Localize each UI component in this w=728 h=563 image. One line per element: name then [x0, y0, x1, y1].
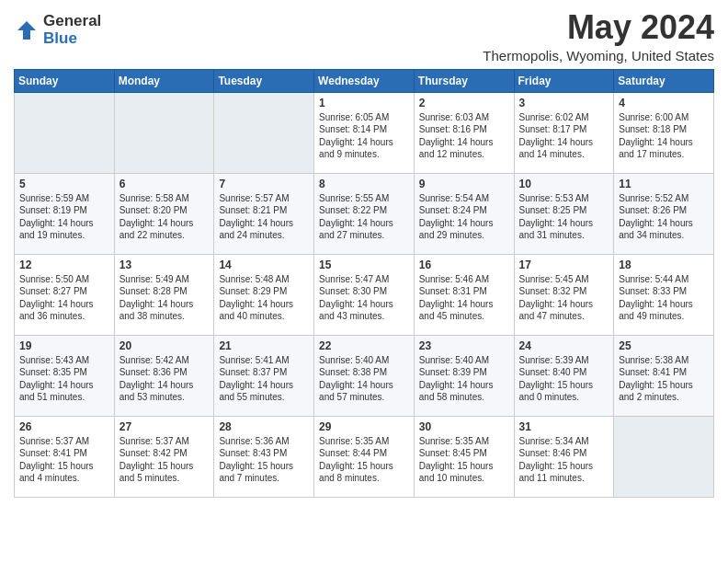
day-number: 18 — [619, 259, 709, 271]
day-number: 14 — [219, 259, 309, 271]
calendar-cell: 26Sunrise: 5:37 AM Sunset: 8:41 PM Dayli… — [15, 416, 115, 497]
day-number: 16 — [419, 259, 509, 271]
day-number: 19 — [19, 339, 109, 352]
calendar-cell: 30Sunrise: 5:35 AM Sunset: 8:45 PM Dayli… — [414, 416, 514, 497]
calendar-cell: 1Sunrise: 6:05 AM Sunset: 8:14 PM Daylig… — [314, 92, 415, 173]
day-header-monday: Monday — [114, 69, 214, 92]
cell-content: Sunrise: 5:40 AM Sunset: 8:39 PM Dayligh… — [419, 354, 509, 404]
calendar-cell: 2Sunrise: 6:03 AM Sunset: 8:16 PM Daylig… — [414, 92, 514, 173]
day-number: 17 — [519, 259, 609, 271]
calendar-cell: 21Sunrise: 5:41 AM Sunset: 8:37 PM Dayli… — [214, 335, 314, 416]
day-number: 11 — [619, 178, 709, 190]
calendar-week-row: 19Sunrise: 5:43 AM Sunset: 8:35 PM Dayli… — [15, 335, 714, 416]
calendar-table: SundayMondayTuesdayWednesdayThursdayFrid… — [14, 69, 714, 498]
cell-content: Sunrise: 5:48 AM Sunset: 8:29 PM Dayligh… — [219, 273, 309, 323]
cell-content: Sunrise: 5:38 AM Sunset: 8:41 PM Dayligh… — [619, 354, 709, 404]
calendar-cell: 23Sunrise: 5:40 AM Sunset: 8:39 PM Dayli… — [414, 335, 514, 416]
day-header-wednesday: Wednesday — [314, 69, 415, 92]
cell-content: Sunrise: 5:43 AM Sunset: 8:35 PM Dayligh… — [19, 354, 109, 404]
calendar-cell: 12Sunrise: 5:50 AM Sunset: 8:27 PM Dayli… — [15, 254, 115, 335]
cell-content: Sunrise: 5:37 AM Sunset: 8:41 PM Dayligh… — [19, 435, 109, 485]
cell-content: Sunrise: 6:00 AM Sunset: 8:18 PM Dayligh… — [619, 111, 709, 161]
day-number: 25 — [619, 339, 709, 352]
calendar-cell: 27Sunrise: 5:37 AM Sunset: 8:42 PM Dayli… — [114, 416, 214, 497]
cell-content: Sunrise: 5:57 AM Sunset: 8:21 PM Dayligh… — [219, 192, 309, 242]
calendar-cell — [15, 92, 115, 173]
cell-content: Sunrise: 5:47 AM Sunset: 8:30 PM Dayligh… — [319, 273, 409, 323]
header: General Blue May 2024 Thermopolis, Wyomi… — [14, 9, 714, 63]
calendar-cell: 16Sunrise: 5:46 AM Sunset: 8:31 PM Dayli… — [414, 254, 514, 335]
cell-content: Sunrise: 5:52 AM Sunset: 8:26 PM Dayligh… — [619, 192, 709, 242]
calendar-cell: 25Sunrise: 5:38 AM Sunset: 8:41 PM Dayli… — [614, 335, 714, 416]
day-number: 3 — [519, 97, 609, 109]
cell-content: Sunrise: 6:03 AM Sunset: 8:16 PM Dayligh… — [419, 111, 509, 161]
day-number: 12 — [19, 259, 109, 271]
cell-content: Sunrise: 5:49 AM Sunset: 8:28 PM Dayligh… — [119, 273, 210, 323]
cell-content: Sunrise: 5:36 AM Sunset: 8:43 PM Dayligh… — [219, 435, 309, 485]
day-number: 9 — [419, 178, 509, 190]
day-number: 24 — [519, 339, 609, 352]
day-number: 23 — [419, 339, 509, 352]
day-header-thursday: Thursday — [414, 69, 514, 92]
calendar-cell: 11Sunrise: 5:52 AM Sunset: 8:26 PM Dayli… — [614, 173, 714, 254]
cell-content: Sunrise: 5:39 AM Sunset: 8:40 PM Dayligh… — [519, 354, 609, 404]
day-number: 1 — [319, 97, 409, 109]
cell-content: Sunrise: 5:35 AM Sunset: 8:45 PM Dayligh… — [419, 435, 509, 485]
calendar-header-row: SundayMondayTuesdayWednesdayThursdayFrid… — [15, 69, 714, 92]
cell-content: Sunrise: 5:44 AM Sunset: 8:33 PM Dayligh… — [619, 273, 709, 323]
logo: General Blue — [14, 13, 101, 47]
day-number: 31 — [519, 420, 609, 433]
day-number: 10 — [519, 178, 609, 190]
cell-content: Sunrise: 5:37 AM Sunset: 8:42 PM Dayligh… — [119, 435, 210, 485]
day-number: 2 — [419, 97, 509, 109]
day-number: 22 — [319, 339, 409, 352]
calendar-cell: 10Sunrise: 5:53 AM Sunset: 8:25 PM Dayli… — [514, 173, 614, 254]
calendar-cell: 5Sunrise: 5:59 AM Sunset: 8:19 PM Daylig… — [15, 173, 115, 254]
day-header-saturday: Saturday — [614, 69, 714, 92]
day-number: 15 — [319, 259, 409, 271]
calendar-cell: 18Sunrise: 5:44 AM Sunset: 8:33 PM Dayli… — [614, 254, 714, 335]
cell-content: Sunrise: 5:41 AM Sunset: 8:37 PM Dayligh… — [219, 354, 309, 404]
calendar-cell: 31Sunrise: 5:34 AM Sunset: 8:46 PM Dayli… — [514, 416, 614, 497]
calendar-cell: 22Sunrise: 5:40 AM Sunset: 8:38 PM Dayli… — [314, 335, 415, 416]
logo-blue-text: Blue — [43, 30, 101, 48]
calendar-cell — [214, 92, 314, 173]
day-number: 6 — [119, 178, 210, 190]
day-header-tuesday: Tuesday — [214, 69, 314, 92]
logo-text: General Blue — [43, 13, 101, 47]
month-title: May 2024 — [483, 9, 714, 46]
location-title: Thermopolis, Wyoming, United States — [483, 48, 714, 63]
day-number: 21 — [219, 339, 309, 352]
calendar-cell — [614, 416, 714, 497]
calendar-cell: 14Sunrise: 5:48 AM Sunset: 8:29 PM Dayli… — [214, 254, 314, 335]
day-header-friday: Friday — [514, 69, 614, 92]
calendar-week-row: 5Sunrise: 5:59 AM Sunset: 8:19 PM Daylig… — [15, 173, 714, 254]
calendar-cell: 24Sunrise: 5:39 AM Sunset: 8:40 PM Dayli… — [514, 335, 614, 416]
logo-general-text: General — [43, 13, 101, 30]
calendar-week-row: 12Sunrise: 5:50 AM Sunset: 8:27 PM Dayli… — [15, 254, 714, 335]
calendar-week-row: 1Sunrise: 6:05 AM Sunset: 8:14 PM Daylig… — [15, 92, 714, 173]
cell-content: Sunrise: 5:45 AM Sunset: 8:32 PM Dayligh… — [519, 273, 609, 323]
day-number: 28 — [219, 420, 309, 433]
day-number: 5 — [19, 178, 109, 190]
cell-content: Sunrise: 6:05 AM Sunset: 8:14 PM Dayligh… — [319, 111, 409, 161]
cell-content: Sunrise: 5:53 AM Sunset: 8:25 PM Dayligh… — [519, 192, 609, 242]
calendar-cell: 13Sunrise: 5:49 AM Sunset: 8:28 PM Dayli… — [114, 254, 214, 335]
calendar-cell: 4Sunrise: 6:00 AM Sunset: 8:18 PM Daylig… — [614, 92, 714, 173]
cell-content: Sunrise: 5:46 AM Sunset: 8:31 PM Dayligh… — [419, 273, 509, 323]
cell-content: Sunrise: 5:58 AM Sunset: 8:20 PM Dayligh… — [119, 192, 210, 242]
day-number: 13 — [119, 259, 210, 271]
calendar-cell: 8Sunrise: 5:55 AM Sunset: 8:22 PM Daylig… — [314, 173, 415, 254]
cell-content: Sunrise: 5:55 AM Sunset: 8:22 PM Dayligh… — [319, 192, 409, 242]
calendar-cell — [114, 92, 214, 173]
cell-content: Sunrise: 5:34 AM Sunset: 8:46 PM Dayligh… — [519, 435, 609, 485]
title-block: May 2024 Thermopolis, Wyoming, United St… — [483, 9, 714, 63]
cell-content: Sunrise: 5:40 AM Sunset: 8:38 PM Dayligh… — [319, 354, 409, 404]
day-number: 26 — [19, 420, 109, 433]
day-number: 27 — [119, 420, 210, 433]
calendar-week-row: 26Sunrise: 5:37 AM Sunset: 8:41 PM Dayli… — [15, 416, 714, 497]
cell-content: Sunrise: 5:50 AM Sunset: 8:27 PM Dayligh… — [19, 273, 109, 323]
calendar-cell: 3Sunrise: 6:02 AM Sunset: 8:17 PM Daylig… — [514, 92, 614, 173]
day-number: 8 — [319, 178, 409, 190]
day-number: 30 — [419, 420, 509, 433]
